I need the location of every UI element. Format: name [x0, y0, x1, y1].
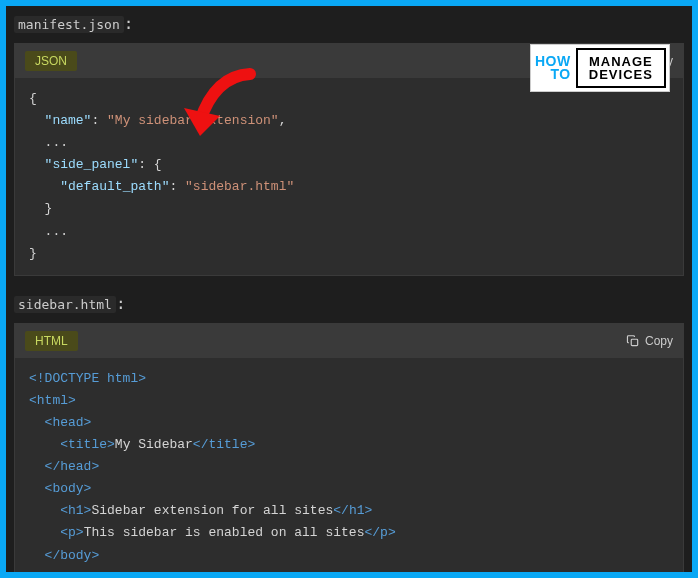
logo-right: MANAGE DEVICES: [576, 48, 666, 88]
logo-left: HOW TO: [531, 45, 573, 91]
copy-label: Copy: [645, 334, 673, 348]
filename-row-1: manifest.json:: [14, 14, 684, 33]
filename-row-2: sidebar.html:: [14, 294, 684, 313]
lang-badge-html: HTML: [25, 331, 78, 351]
logo-howtomanagedevices: HOW TO MANAGE DEVICES: [530, 44, 670, 92]
copy-icon: [626, 334, 640, 348]
code-header-html: HTML Copy: [15, 324, 683, 358]
code-content-html: <!DOCTYPE html> <html> <head> <title>My …: [15, 358, 683, 572]
filename-sidebar: sidebar.html: [14, 296, 116, 313]
page-container: manifest.json: JSON Copy { "name": "My s…: [6, 6, 692, 572]
code-block-html: HTML Copy <!DOCTYPE html> <html> <head> …: [14, 323, 684, 572]
code-content-json: { "name": "My sidebar extension", ... "s…: [15, 78, 683, 275]
svg-rect-1: [631, 339, 637, 345]
filename-manifest: manifest.json: [14, 16, 124, 33]
lang-badge-json: JSON: [25, 51, 77, 71]
copy-button-html[interactable]: Copy: [626, 334, 673, 348]
